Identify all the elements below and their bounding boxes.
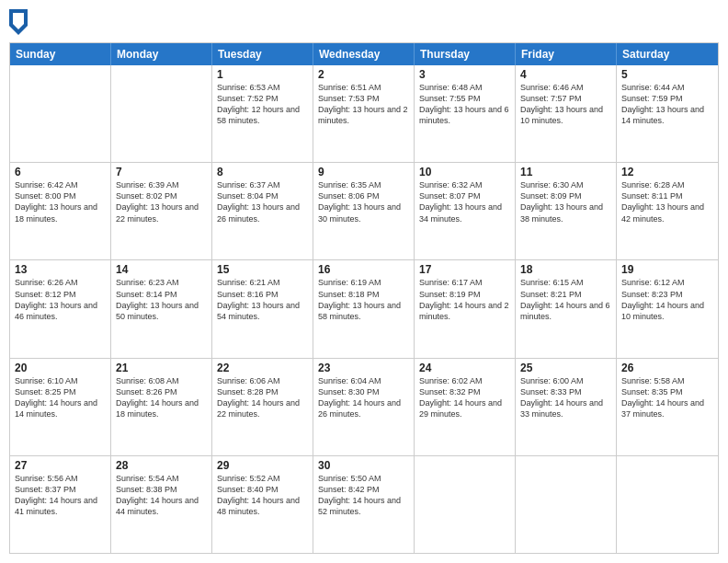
day-info: Sunrise: 6:12 AM Sunset: 8:23 PM Dayligh… — [621, 277, 713, 322]
day-info: Sunrise: 6:04 AM Sunset: 8:30 PM Dayligh… — [318, 375, 409, 420]
cal-cell-w3-d3: 23Sunrise: 6:04 AM Sunset: 8:30 PM Dayli… — [313, 359, 415, 455]
day-number: 22 — [217, 362, 308, 374]
page: Sunday Monday Tuesday Wednesday Thursday… — [0, 0, 728, 563]
day-info: Sunrise: 6:35 AM Sunset: 8:06 PM Dayligh… — [318, 179, 409, 224]
week-row-2: 13Sunrise: 6:26 AM Sunset: 8:12 PM Dayli… — [10, 259, 718, 357]
calendar: Sunday Monday Tuesday Wednesday Thursday… — [9, 42, 719, 554]
cal-cell-w2-d3: 16Sunrise: 6:19 AM Sunset: 8:18 PM Dayli… — [313, 260, 415, 357]
day-info: Sunrise: 5:50 AM Sunset: 8:42 PM Dayligh… — [318, 473, 409, 518]
day-number: 27 — [15, 459, 106, 472]
day-info: Sunrise: 6:44 AM Sunset: 7:59 PM Dayligh… — [621, 82, 713, 127]
logo-icon — [9, 9, 28, 35]
cal-cell-w0-d6: 5Sunrise: 6:44 AM Sunset: 7:59 PM Daylig… — [617, 65, 718, 162]
day-number: 17 — [419, 263, 510, 276]
day-info: Sunrise: 5:58 AM Sunset: 8:35 PM Dayligh… — [621, 375, 713, 420]
day-info: Sunrise: 6:32 AM Sunset: 8:07 PM Dayligh… — [419, 179, 510, 224]
cal-cell-w0-d3: 2Sunrise: 6:51 AM Sunset: 7:53 PM Daylig… — [313, 65, 415, 162]
cal-cell-w3-d4: 24Sunrise: 6:02 AM Sunset: 8:32 PM Dayli… — [415, 359, 516, 455]
cal-cell-w1-d1: 7Sunrise: 6:39 AM Sunset: 8:02 PM Daylig… — [111, 163, 212, 259]
day-info: Sunrise: 6:10 AM Sunset: 8:25 PM Dayligh… — [15, 375, 106, 420]
cal-cell-w0-d2: 1Sunrise: 6:53 AM Sunset: 7:52 PM Daylig… — [212, 65, 313, 162]
day-number: 8 — [217, 166, 308, 178]
day-info: Sunrise: 6:06 AM Sunset: 8:28 PM Dayligh… — [217, 375, 308, 420]
day-number: 29 — [217, 459, 308, 472]
cal-cell-w4-d6 — [617, 456, 718, 553]
day-number: 30 — [318, 459, 409, 472]
header-monday: Monday — [111, 43, 212, 65]
day-info: Sunrise: 6:53 AM Sunset: 7:52 PM Dayligh… — [217, 82, 308, 127]
day-info: Sunrise: 6:39 AM Sunset: 8:02 PM Dayligh… — [116, 179, 207, 224]
cal-cell-w4-d1: 28Sunrise: 5:54 AM Sunset: 8:38 PM Dayli… — [111, 456, 212, 553]
day-info: Sunrise: 6:19 AM Sunset: 8:18 PM Dayligh… — [318, 277, 409, 322]
cal-cell-w1-d5: 11Sunrise: 6:30 AM Sunset: 8:09 PM Dayli… — [516, 163, 617, 259]
cal-cell-w2-d2: 15Sunrise: 6:21 AM Sunset: 8:16 PM Dayli… — [212, 260, 313, 357]
day-number: 21 — [116, 362, 207, 374]
day-info: Sunrise: 6:30 AM Sunset: 8:09 PM Dayligh… — [520, 179, 611, 224]
day-info: Sunrise: 5:56 AM Sunset: 8:37 PM Dayligh… — [15, 473, 106, 518]
day-info: Sunrise: 5:52 AM Sunset: 8:40 PM Dayligh… — [217, 473, 308, 518]
day-info: Sunrise: 6:28 AM Sunset: 8:11 PM Dayligh… — [621, 179, 713, 224]
day-number: 15 — [217, 263, 308, 276]
day-info: Sunrise: 6:37 AM Sunset: 8:04 PM Dayligh… — [217, 179, 308, 224]
cal-cell-w2-d1: 14Sunrise: 6:23 AM Sunset: 8:14 PM Dayli… — [111, 260, 212, 357]
day-number: 13 — [15, 263, 106, 276]
cal-cell-w2-d5: 18Sunrise: 6:15 AM Sunset: 8:21 PM Dayli… — [516, 260, 617, 357]
cal-cell-w1-d0: 6Sunrise: 6:42 AM Sunset: 8:00 PM Daylig… — [10, 163, 111, 259]
day-number: 12 — [621, 166, 713, 178]
day-number: 2 — [318, 68, 409, 81]
cal-cell-w0-d1 — [111, 65, 212, 162]
week-row-1: 6Sunrise: 6:42 AM Sunset: 8:00 PM Daylig… — [10, 162, 718, 259]
day-number: 6 — [15, 166, 106, 178]
day-info: Sunrise: 5:54 AM Sunset: 8:38 PM Dayligh… — [116, 473, 207, 518]
day-number: 9 — [318, 166, 409, 178]
day-number: 25 — [520, 362, 611, 374]
cal-cell-w3-d1: 21Sunrise: 6:08 AM Sunset: 8:26 PM Dayli… — [111, 359, 212, 455]
day-info: Sunrise: 6:46 AM Sunset: 7:57 PM Dayligh… — [520, 82, 611, 127]
cal-cell-w1-d4: 10Sunrise: 6:32 AM Sunset: 8:07 PM Dayli… — [415, 163, 516, 259]
day-number: 28 — [116, 459, 207, 472]
day-info: Sunrise: 6:08 AM Sunset: 8:26 PM Dayligh… — [116, 375, 207, 420]
header-tuesday: Tuesday — [212, 43, 313, 65]
day-number: 5 — [621, 68, 713, 81]
day-number: 26 — [621, 362, 713, 374]
cal-cell-w4-d4 — [415, 456, 516, 553]
header-saturday: Saturday — [617, 43, 718, 65]
day-number: 16 — [318, 263, 409, 276]
day-number: 18 — [520, 263, 611, 276]
day-number: 10 — [419, 166, 510, 178]
cal-cell-w2-d4: 17Sunrise: 6:17 AM Sunset: 8:19 PM Dayli… — [415, 260, 516, 357]
day-number: 3 — [419, 68, 510, 81]
cal-cell-w4-d2: 29Sunrise: 5:52 AM Sunset: 8:40 PM Dayli… — [212, 456, 313, 553]
cal-cell-w1-d6: 12Sunrise: 6:28 AM Sunset: 8:11 PM Dayli… — [617, 163, 718, 259]
cal-cell-w1-d3: 9Sunrise: 6:35 AM Sunset: 8:06 PM Daylig… — [313, 163, 415, 259]
cal-cell-w3-d2: 22Sunrise: 6:06 AM Sunset: 8:28 PM Dayli… — [212, 359, 313, 455]
day-info: Sunrise: 6:23 AM Sunset: 8:14 PM Dayligh… — [116, 277, 207, 322]
day-number: 4 — [520, 68, 611, 81]
day-number: 1 — [217, 68, 308, 81]
cal-cell-w0-d5: 4Sunrise: 6:46 AM Sunset: 7:57 PM Daylig… — [516, 65, 617, 162]
day-info: Sunrise: 6:17 AM Sunset: 8:19 PM Dayligh… — [419, 277, 510, 322]
cal-cell-w4-d5 — [516, 456, 617, 553]
day-info: Sunrise: 6:02 AM Sunset: 8:32 PM Dayligh… — [419, 375, 510, 420]
cal-cell-w2-d6: 19Sunrise: 6:12 AM Sunset: 8:23 PM Dayli… — [617, 260, 718, 357]
day-info: Sunrise: 6:00 AM Sunset: 8:33 PM Dayligh… — [520, 375, 611, 420]
week-row-4: 27Sunrise: 5:56 AM Sunset: 8:37 PM Dayli… — [10, 455, 718, 553]
day-number: 11 — [520, 166, 611, 178]
cal-cell-w3-d0: 20Sunrise: 6:10 AM Sunset: 8:25 PM Dayli… — [10, 359, 111, 455]
day-info: Sunrise: 6:48 AM Sunset: 7:55 PM Dayligh… — [419, 82, 510, 127]
day-info: Sunrise: 6:42 AM Sunset: 8:00 PM Dayligh… — [15, 179, 106, 224]
header-wednesday: Wednesday — [313, 43, 415, 65]
cal-cell-w4-d0: 27Sunrise: 5:56 AM Sunset: 8:37 PM Dayli… — [10, 456, 111, 553]
day-info: Sunrise: 6:51 AM Sunset: 7:53 PM Dayligh… — [318, 82, 409, 127]
cal-cell-w3-d6: 26Sunrise: 5:58 AM Sunset: 8:35 PM Dayli… — [617, 359, 718, 455]
cal-cell-w0-d0 — [10, 65, 111, 162]
day-info: Sunrise: 6:15 AM Sunset: 8:21 PM Dayligh… — [520, 277, 611, 322]
cal-cell-w3-d5: 25Sunrise: 6:00 AM Sunset: 8:33 PM Dayli… — [516, 359, 617, 455]
cal-cell-w1-d2: 8Sunrise: 6:37 AM Sunset: 8:04 PM Daylig… — [212, 163, 313, 259]
day-number: 23 — [318, 362, 409, 374]
header-sunday: Sunday — [10, 43, 111, 65]
logo — [9, 9, 31, 35]
cal-cell-w2-d0: 13Sunrise: 6:26 AM Sunset: 8:12 PM Dayli… — [10, 260, 111, 357]
header-friday: Friday — [516, 43, 617, 65]
day-number: 7 — [116, 166, 207, 178]
